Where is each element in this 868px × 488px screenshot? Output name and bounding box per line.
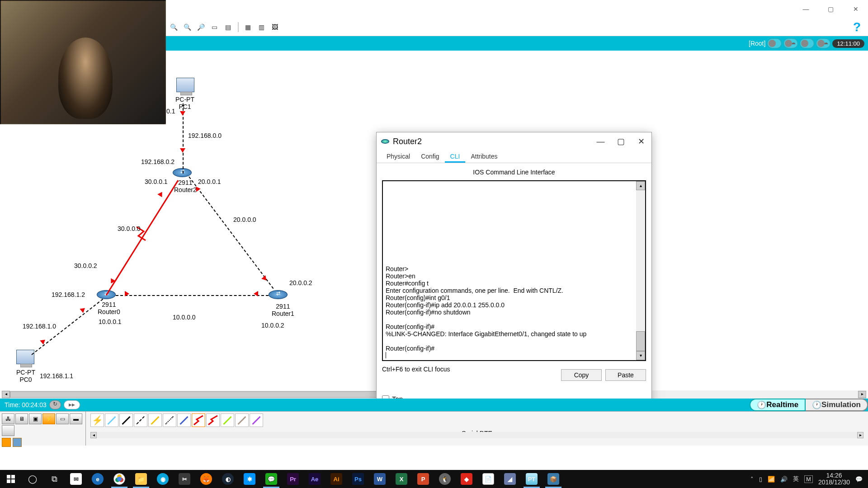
conn-serial-dce[interactable] — [192, 413, 205, 427]
router2-dialog[interactable]: Router2 — ▢ ✕ Physical Config CLI Attrib… — [376, 132, 652, 399]
grid-strip[interactable] — [13, 438, 22, 447]
power-cycle-button[interactable]: ↻ — [49, 400, 61, 409]
draw-rect-icon[interactable]: ▭ — [208, 21, 221, 33]
task-view-button[interactable]: ⧉ — [43, 470, 65, 488]
environment-toggle-3[interactable] — [800, 38, 814, 48]
taskbar-red-app[interactable]: ◆ — [456, 470, 477, 488]
zoom-in-icon[interactable]: 🔍 — [167, 21, 180, 33]
taskbar-edge[interactable]: e — [87, 470, 108, 488]
taskbar-steam[interactable]: ◐ — [217, 470, 239, 488]
cat-components[interactable]: ▣ — [29, 413, 42, 424]
taskbar-mail[interactable]: ✉ — [65, 470, 87, 488]
cli-terminal[interactable]: Router> Router>en Router#config t Enter … — [382, 180, 646, 361]
dialog-maximize[interactable]: ▢ — [611, 132, 631, 150]
taskbar-excel[interactable]: X — [391, 470, 412, 488]
scroll-thumb[interactable] — [636, 331, 645, 351]
taskbar-star-app[interactable]: ✱ — [239, 470, 260, 488]
scroll-down-icon[interactable]: ▾ — [636, 351, 645, 360]
tab-physical[interactable]: Physical — [381, 150, 415, 163]
environment-toggle-4[interactable] — [816, 38, 830, 48]
environment-toggle-2[interactable] — [783, 38, 798, 48]
tray-wifi-icon[interactable]: 📶 — [768, 476, 775, 483]
conn-scrollbar[interactable]: ◂▸ — [90, 432, 863, 438]
tray-overflow-icon[interactable]: ˄ — [750, 476, 754, 483]
tile-icon[interactable]: ▥ — [255, 21, 268, 33]
tray-battery-icon[interactable]: ▯ — [759, 476, 762, 483]
conn-octal[interactable] — [221, 413, 234, 427]
taskbar-word[interactable]: W — [369, 470, 391, 488]
top-checkbox-row[interactable]: Top — [382, 395, 403, 399]
system-tray[interactable]: ˄ ▯ 📶 🔊 英 M 14:262018/12/30 💬 — [750, 472, 868, 486]
top-checkbox[interactable] — [382, 395, 389, 399]
dialog-minimize[interactable]: — — [590, 132, 611, 150]
cat-network-devices[interactable]: 🖧 — [2, 413, 14, 424]
image-bg-icon[interactable]: 🖼 — [269, 21, 281, 33]
tab-config[interactable]: Config — [415, 150, 444, 163]
device-pc0[interactable] — [16, 350, 34, 364]
dialog-close[interactable]: ✕ — [631, 132, 651, 150]
taskbar-snip[interactable]: ✂ — [174, 470, 195, 488]
cat-connections[interactable]: ⚡ — [42, 413, 55, 424]
conn-fiber[interactable] — [148, 413, 162, 427]
cat-multiuser[interactable]: ▬ — [70, 413, 82, 424]
device-list-icon[interactable]: ▦ — [241, 21, 254, 33]
conn-phone[interactable] — [163, 413, 176, 427]
taskbar-illustrator[interactable]: Ai — [326, 470, 347, 488]
copy-button[interactable]: Copy — [561, 369, 602, 381]
taskbar-packet-tracer[interactable]: PT — [521, 470, 542, 488]
conn-iot[interactable] — [235, 413, 249, 427]
cat-misc[interactable]: ▭ — [56, 413, 69, 424]
start-button[interactable] — [0, 470, 22, 488]
dialog-titlebar[interactable]: Router2 — ▢ ✕ — [377, 132, 651, 150]
help-icon[interactable]: ? — [853, 20, 861, 34]
close-button[interactable]: ✕ — [843, 0, 868, 18]
maximize-button[interactable]: ▢ — [818, 0, 843, 18]
conn-auto[interactable]: ⚡ — [90, 413, 104, 427]
taskbar-powerpoint[interactable]: P — [412, 470, 434, 488]
cli-scrollbar[interactable]: ▴ ▾ — [636, 181, 645, 360]
tray-ime-mode[interactable]: M — [804, 475, 813, 483]
taskbar-penguin-app[interactable]: 🐧 — [434, 470, 456, 488]
connections-strip[interactable] — [2, 438, 11, 447]
simulation-mode-button[interactable]: 🕐 Simulation — [806, 399, 868, 411]
conn-copper-straight[interactable] — [119, 413, 133, 427]
conn-coax[interactable] — [177, 413, 191, 427]
tray-notifications-icon[interactable]: 💬 — [855, 476, 863, 483]
taskbar-chrome[interactable] — [108, 470, 130, 488]
scroll-up-icon[interactable]: ▴ — [636, 181, 645, 190]
taskbar-firefox[interactable]: 🦊 — [195, 470, 217, 488]
cat-sub-1[interactable] — [2, 425, 14, 436]
tab-cli[interactable]: CLI — [445, 150, 466, 163]
tray-datetime[interactable]: 14:262018/12/30 — [818, 472, 850, 486]
taskbar-premiere[interactable]: Pr — [282, 470, 304, 488]
taskbar-photoshop[interactable]: Ps — [347, 470, 369, 488]
paste-button[interactable]: Paste — [605, 369, 646, 381]
cortana-button[interactable]: ◯ — [22, 470, 43, 488]
taskbar-aftereffects[interactable]: Ae — [304, 470, 326, 488]
tab-attributes[interactable]: Attributes — [465, 150, 503, 163]
conn-usb[interactable] — [250, 413, 263, 427]
environment-toggle-1[interactable] — [767, 38, 782, 48]
tray-volume-icon[interactable]: 🔊 — [780, 476, 788, 483]
zoom-reset-icon[interactable]: 🔍 — [181, 21, 193, 33]
conn-serial-dte[interactable] — [206, 413, 220, 427]
device-router1[interactable] — [269, 290, 288, 299]
conn-copper-cross[interactable] — [134, 413, 147, 427]
taskbar-virtualbox[interactable]: 📦 — [542, 470, 564, 488]
taskbar-notepad[interactable]: 📄 — [477, 470, 499, 488]
cat-end-devices[interactable]: 🖥 — [15, 413, 28, 424]
device-pc1[interactable] — [176, 78, 194, 92]
taskbar-explorer[interactable]: 📁 — [130, 470, 152, 488]
taskbar-prism-app[interactable]: ◢ — [499, 470, 521, 488]
taskbar-app-circle[interactable]: ◉ — [152, 470, 174, 488]
taskbar-wechat[interactable]: 💬 — [260, 470, 282, 488]
zoom-out-icon[interactable]: 🔎 — [194, 21, 207, 33]
fast-forward-button[interactable]: ▸▸ — [64, 400, 80, 409]
scroll-thumb[interactable] — [10, 391, 417, 398]
realtime-mode-button[interactable]: 🕐 Realtime — [750, 399, 806, 411]
device-router2[interactable] — [173, 168, 192, 177]
minimize-button[interactable]: — — [793, 0, 818, 18]
draw-detail-icon[interactable]: ▤ — [222, 21, 234, 33]
tray-ime-lang[interactable]: 英 — [793, 475, 799, 483]
conn-console[interactable] — [105, 413, 118, 427]
